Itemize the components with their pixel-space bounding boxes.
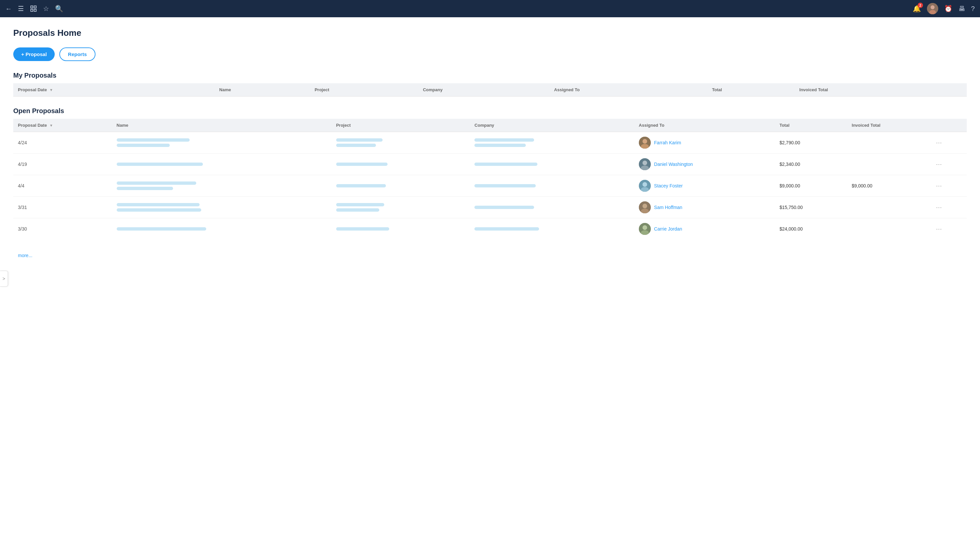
- user-link[interactable]: Farrah Karim: [654, 140, 681, 145]
- my-col-assigned[interactable]: Assigned To: [549, 83, 707, 96]
- open-col-company[interactable]: Company: [470, 119, 634, 132]
- ellipsis-icon[interactable]: ⋯: [936, 226, 943, 232]
- my-col-date[interactable]: Proposal Date ▼: [13, 83, 214, 96]
- user-avatar: [639, 223, 651, 235]
- svg-rect-2: [34, 9, 36, 11]
- page-title: Proposals Home: [13, 28, 967, 38]
- row-assigned[interactable]: Farrah Karim: [634, 132, 775, 154]
- row-date: 3/30: [13, 218, 112, 240]
- row-project[interactable]: [331, 154, 470, 175]
- my-col-project[interactable]: Project: [310, 83, 419, 96]
- svg-point-14: [643, 182, 647, 187]
- reports-button[interactable]: Reports: [59, 47, 96, 61]
- svg-point-20: [643, 225, 647, 230]
- row-project[interactable]: [331, 132, 470, 154]
- row-invoiced: $9,000.00: [847, 175, 931, 197]
- add-proposal-button[interactable]: + Proposal: [13, 47, 55, 61]
- row-name[interactable]: [112, 175, 331, 197]
- open-col-invoiced[interactable]: Invoiced Total: [847, 119, 931, 132]
- row-date: 4/4: [13, 175, 112, 197]
- notification-badge: 2: [918, 3, 923, 8]
- my-proposals-table: Proposal Date ▼ Name Project Company Ass…: [13, 83, 967, 96]
- user-avatar: [639, 201, 651, 213]
- svg-rect-3: [31, 9, 33, 11]
- open-col-assigned[interactable]: Assigned To: [634, 119, 775, 132]
- row-company[interactable]: [470, 175, 634, 197]
- open-col-actions: [931, 119, 967, 132]
- ellipsis-icon[interactable]: ⋯: [936, 139, 943, 146]
- user-avatar: [639, 158, 651, 170]
- row-company[interactable]: [470, 154, 634, 175]
- ellipsis-icon[interactable]: ⋯: [936, 204, 943, 211]
- row-total: $9,000.00: [775, 175, 847, 197]
- row-date: 4/19: [13, 154, 112, 175]
- row-company[interactable]: [470, 218, 634, 240]
- open-proposals-title: Open Proposals: [13, 107, 967, 115]
- open-col-project[interactable]: Project: [331, 119, 470, 132]
- row-more-menu[interactable]: ⋯: [931, 132, 967, 154]
- table-row: 4/4 Stacey Foster $9,000.00$9,000.00⋯: [13, 175, 967, 197]
- user-link[interactable]: Daniel Washington: [654, 161, 693, 167]
- ellipsis-icon[interactable]: ⋯: [936, 182, 943, 189]
- row-name[interactable]: [112, 154, 331, 175]
- action-buttons: + Proposal Reports: [13, 47, 967, 61]
- table-row: 4/19 Daniel Washington $2,340.00⋯: [13, 154, 967, 175]
- topnav-left: ← ☰ ☆ 🔍: [5, 5, 63, 13]
- row-project[interactable]: [331, 218, 470, 240]
- row-name[interactable]: [112, 197, 331, 218]
- sort-arrow: ▼: [49, 88, 53, 92]
- open-col-total[interactable]: Total: [775, 119, 847, 132]
- table-row: 3/31 Sam Hoffman $15,750.00⋯: [13, 197, 967, 218]
- open-col-date[interactable]: Proposal Date ▼: [13, 119, 112, 132]
- chart-icon[interactable]: [30, 5, 37, 12]
- row-total: $2,340.00: [775, 154, 847, 175]
- user-link[interactable]: Stacey Foster: [654, 183, 683, 189]
- row-assigned[interactable]: Carrie Jordan: [634, 218, 775, 240]
- user-avatar: [639, 180, 651, 192]
- row-assigned[interactable]: Stacey Foster: [634, 175, 775, 197]
- table-row: 4/24 Farrah Karim $2,790.00⋯: [13, 132, 967, 154]
- row-invoiced: [847, 197, 931, 218]
- search-icon[interactable]: 🔍: [55, 5, 63, 13]
- row-name[interactable]: [112, 218, 331, 240]
- my-col-total[interactable]: Total: [707, 83, 795, 96]
- user-avatar: [639, 137, 651, 148]
- menu-icon[interactable]: ☰: [18, 5, 24, 13]
- open-proposals-table: Proposal Date ▼ Name Project Company Ass…: [13, 119, 967, 239]
- notification-bell[interactable]: 🔔 2: [913, 5, 921, 13]
- user-link[interactable]: Sam Hoffman: [654, 205, 682, 210]
- more-link[interactable]: more...: [13, 250, 37, 261]
- row-more-menu[interactable]: ⋯: [931, 197, 967, 218]
- row-more-menu[interactable]: ⋯: [931, 175, 967, 197]
- row-name[interactable]: [112, 132, 331, 154]
- table-row: 3/30 Carrie Jordan $24,000.00⋯: [13, 218, 967, 240]
- sidebar-toggle[interactable]: >: [0, 271, 8, 287]
- user-avatar[interactable]: [927, 3, 938, 14]
- row-more-menu[interactable]: ⋯: [931, 218, 967, 240]
- row-project[interactable]: [331, 175, 470, 197]
- open-col-name[interactable]: Name: [112, 119, 331, 132]
- row-more-menu[interactable]: ⋯: [931, 154, 967, 175]
- user-link[interactable]: Carrie Jordan: [654, 226, 682, 231]
- ellipsis-icon[interactable]: ⋯: [936, 161, 943, 168]
- my-col-name[interactable]: Name: [214, 83, 310, 96]
- row-assigned[interactable]: Daniel Washington: [634, 154, 775, 175]
- star-icon[interactable]: ☆: [43, 5, 49, 13]
- print-icon[interactable]: 🖶: [959, 5, 965, 13]
- help-icon[interactable]: ?: [971, 5, 975, 13]
- svg-point-8: [643, 139, 647, 143]
- my-col-company[interactable]: Company: [419, 83, 550, 96]
- timer-icon[interactable]: ⏰: [944, 5, 952, 13]
- row-project[interactable]: [331, 197, 470, 218]
- my-col-invoiced[interactable]: Invoiced Total: [795, 83, 967, 96]
- back-icon[interactable]: ←: [5, 5, 12, 13]
- row-company[interactable]: [470, 197, 634, 218]
- row-total: $2,790.00: [775, 132, 847, 154]
- row-assigned[interactable]: Sam Hoffman: [634, 197, 775, 218]
- row-company[interactable]: [470, 132, 634, 154]
- my-proposals-title: My Proposals: [13, 72, 967, 79]
- row-date: 4/24: [13, 132, 112, 154]
- svg-rect-0: [31, 6, 33, 8]
- row-invoiced: [847, 132, 931, 154]
- row-invoiced: [847, 218, 931, 240]
